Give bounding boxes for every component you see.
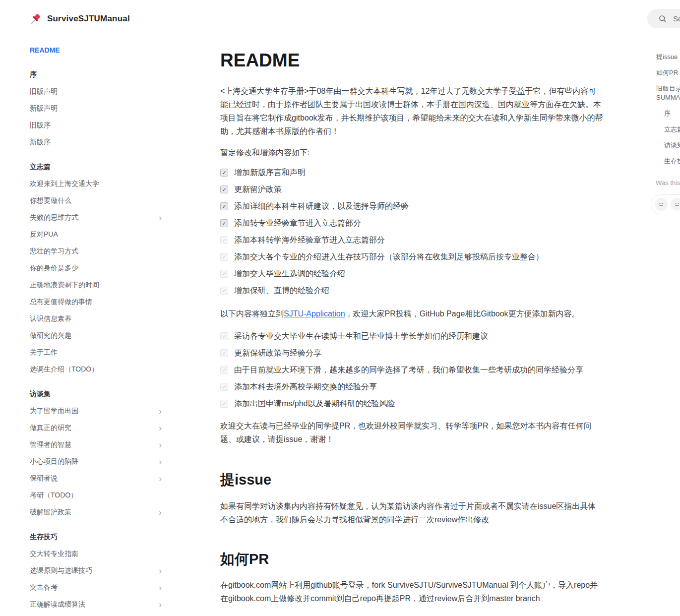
task-item: ✓ 更新留沪政策 bbox=[220, 181, 603, 198]
task-item: ✓ 采访各专业交大毕业生在读博士生和已毕业博士学长学姐们的经历和建议 bbox=[220, 328, 603, 345]
sidebar-item[interactable]: 选调生介绍（TODO） › bbox=[30, 361, 163, 378]
sidebar-item[interactable]: 管理者的智慧 › bbox=[30, 436, 163, 453]
sidebar-item-label: 旧版声明 bbox=[30, 87, 58, 96]
sidebar-item-label: 你想要做什么 bbox=[30, 196, 71, 205]
pr-welcome-paragraph: 欢迎交大在读与已经毕业的同学提PR，也欢迎外校同学就实习、转学等项PR，如果您对… bbox=[220, 419, 603, 446]
toc-item[interactable]: 访谈集 bbox=[656, 137, 680, 153]
sjtu-application-link[interactable]: SJTU-Application bbox=[284, 309, 345, 318]
toc-item-label: 生存技巧 bbox=[664, 153, 680, 169]
checkbox-icon: ✓ bbox=[220, 400, 228, 408]
toc-item-label: 如何PR bbox=[656, 65, 678, 81]
chevron-right-icon: › bbox=[159, 407, 163, 416]
sidebar-item[interactable]: 失败的思维方式 › bbox=[30, 209, 163, 226]
sidebar-item-label: 管理者的智慧 bbox=[30, 440, 71, 449]
task-item: ✓ 增加新版序言和声明 bbox=[220, 164, 603, 181]
task-label: 添加详细的本科生科研建议，以及选择导师的经验 bbox=[234, 201, 409, 212]
site-logo[interactable]: SurviveSJTUManual bbox=[30, 0, 130, 37]
sidebar-item[interactable]: 做真正的研究 › bbox=[30, 420, 163, 436]
sidebar-item-label: 立志篇 bbox=[30, 163, 51, 172]
sidebar-item[interactable]: 交大转专业指南 › bbox=[30, 546, 163, 562]
sidebar-item-label: 旧版序 bbox=[30, 121, 51, 130]
sidebar-item[interactable]: 欢迎来到上海交通大学 › bbox=[30, 176, 163, 192]
task-label: 采访各专业交大毕业生在读博士生和已毕业博士学长学姐们的经历和建议 bbox=[234, 331, 488, 342]
sidebar-item[interactable]: 正确地浪费剩下的时间 › bbox=[30, 277, 163, 294]
sidebar-item[interactable]: 你想要做什么 › bbox=[30, 192, 163, 209]
page-title: README bbox=[220, 50, 603, 71]
sidebar-item-label: 做研究的兴趣 bbox=[30, 331, 71, 340]
sidebar-item[interactable]: 突击备考 › bbox=[30, 579, 163, 596]
sidebar-item-label: 新版声明 bbox=[30, 104, 58, 113]
toc-item[interactable]: 立志篇 bbox=[656, 122, 680, 137]
toc-item[interactable]: 旧版目录 SUMMARY bbox=[656, 81, 680, 106]
sidebar-item[interactable]: 关于工作 › bbox=[30, 344, 163, 361]
sidebar-item[interactable]: 总有更值得做的事情 › bbox=[30, 294, 163, 310]
section-heading-issue: 提issue bbox=[220, 469, 603, 490]
sidebar-item[interactable]: 新版序 › bbox=[30, 134, 163, 151]
sidebar-item[interactable]: 选课原则与选课技巧 › bbox=[30, 562, 163, 579]
sidebar-item[interactable]: README › bbox=[30, 42, 163, 59]
sidebar-item-label: 交大转专业指南 bbox=[30, 550, 78, 558]
checkbox-icon: ✓ bbox=[220, 185, 228, 193]
sidebar-item[interactable]: 破解留沪政策 › bbox=[30, 504, 163, 521]
sidebar-item-label: 生存技巧 bbox=[30, 533, 58, 542]
sidebar-item-label: 关于工作 bbox=[30, 348, 58, 357]
sidebar-nav: README › 序 › 旧版声明 › 新版声明 › 旧版序 › bbox=[30, 37, 163, 616]
sidebar-item[interactable]: 悲壮的学习方式 › bbox=[30, 243, 163, 260]
sidebar-item-label: 失败的思维方式 bbox=[30, 213, 78, 222]
sidebar-item[interactable]: 你的身价是多少 › bbox=[30, 260, 163, 277]
search-input[interactable]: Search bbox=[647, 9, 680, 28]
sidebar-item-label: 选课原则与选课技巧 bbox=[30, 566, 92, 575]
toc-item[interactable]: 如何PR bbox=[656, 65, 680, 81]
toc-item[interactable]: 提issue bbox=[656, 49, 680, 65]
task-label: 添加出国申请ms/phd以及暑期科研的经验风险 bbox=[234, 399, 395, 409]
task-item: ✓ 添加转专业经验章节进入立志篇部分 bbox=[220, 215, 603, 232]
task-item: ✓ 由于目前就业大环境下滑，越来越多的同学选择了考研，我们希望收集一些考研成功的… bbox=[220, 362, 603, 378]
sidebar-item-label: 破解留沪政策 bbox=[30, 508, 71, 517]
checkbox-icon: ✓ bbox=[220, 270, 228, 278]
task-item: ✓ 添加出国申请ms/phd以及暑期科研的经验风险 bbox=[220, 395, 603, 412]
sidebar-item[interactable]: 旧版声明 › bbox=[30, 83, 163, 100]
sidebar-item[interactable]: 认识信息素养 › bbox=[30, 310, 163, 327]
site-title: SurviveSJTUManual bbox=[47, 14, 130, 24]
toc-item-label: 序 bbox=[664, 106, 671, 122]
pushpin-icon bbox=[30, 13, 42, 25]
search-icon bbox=[658, 14, 667, 23]
sad-face-icon[interactable] bbox=[655, 198, 668, 211]
toc-item-label: 提issue bbox=[656, 49, 678, 65]
sidebar-item[interactable]: 小心项目的陷阱 › bbox=[30, 453, 163, 470]
sidebar-item[interactable]: 新版声明 › bbox=[30, 100, 163, 117]
toc-item-label: 访谈集 bbox=[664, 137, 680, 153]
sidebar-item-label: 欢迎来到上海交通大学 bbox=[30, 180, 99, 188]
task-checklist-1: ✓ 增加新版序言和声明 ✓ 更新留沪政策 ✓ 添加详细的本科生科研建议，以及选择… bbox=[220, 164, 603, 299]
sidebar-item[interactable]: 做研究的兴趣 › bbox=[30, 327, 163, 344]
sidebar-item[interactable]: 考研（TODO） › bbox=[30, 487, 163, 504]
checkbox-icon: ✓ bbox=[220, 383, 228, 391]
task-label: 更新留沪政策 bbox=[234, 185, 282, 195]
main-content: README <上海交通大学生存手册>于08年由一群交大本科生写就，12年过去了… bbox=[220, 37, 603, 605]
task-label: 添加交大各个专业的介绍进入生存技巧部分（该部分将在收集到足够投稿后按专业整合） bbox=[234, 252, 544, 262]
tasks-intro-paragraph: 暂定修改和增添内容如下: bbox=[220, 146, 603, 159]
chevron-right-icon: › bbox=[159, 424, 163, 432]
link-paragraph: 以下内容将独立到SJTU-Application，欢迎大家PR投稿，GitHub… bbox=[220, 307, 603, 320]
sidebar-item[interactable]: 旁门左道 › bbox=[30, 613, 163, 616]
task-item: ✓ 更新保研政策与经验分享 bbox=[220, 345, 603, 362]
sidebar-item-label: 总有更值得做的事情 bbox=[30, 298, 92, 307]
sidebar-item: 生存技巧 › bbox=[30, 529, 163, 546]
sidebar-item-label: 考研（TODO） bbox=[30, 491, 77, 500]
link-paragraph-prefix: 以下内容将独立到 bbox=[220, 309, 284, 318]
checkbox-icon: ✓ bbox=[220, 253, 228, 261]
chevron-right-icon: › bbox=[159, 508, 163, 517]
checkbox-icon: ✓ bbox=[220, 349, 228, 357]
task-item: ✓ 添加交大各个专业的介绍进入生存技巧部分（该部分将在收集到足够投稿后按专业整合… bbox=[220, 248, 603, 265]
sidebar-item-label: 做真正的研究 bbox=[30, 424, 71, 432]
neutral-face-icon[interactable] bbox=[671, 198, 680, 211]
sidebar-item[interactable]: 反对PUA › bbox=[30, 226, 163, 243]
toc-item[interactable]: 生存技巧 bbox=[656, 153, 680, 169]
section-heading-how-pr: 如何PR bbox=[220, 549, 603, 569]
sidebar-item[interactable]: 正确解读成绩算法 › bbox=[30, 596, 163, 613]
sidebar-item[interactable]: 为了留学而出国 › bbox=[30, 403, 163, 420]
sidebar-item[interactable]: 保研者说 › bbox=[30, 470, 163, 487]
toc-item[interactable]: 序 bbox=[656, 106, 680, 122]
how-pr-paragraph: 在gitbook.com网站上利用github账号登录，fork Survive… bbox=[220, 578, 603, 605]
sidebar-item[interactable]: 旧版序 › bbox=[30, 117, 163, 134]
